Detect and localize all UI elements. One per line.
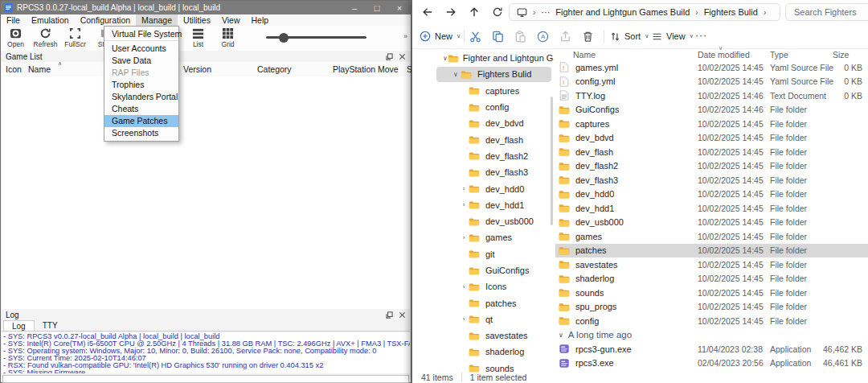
view-button[interactable]: View ∨	[652, 27, 694, 45]
file-row[interactable]: ! config.yml 10/02/2025 14:45 Yaml Sourc…	[555, 75, 868, 89]
tree-item[interactable]: dev_bdvd	[412, 115, 554, 131]
forward-arrow-icon[interactable]	[442, 2, 460, 22]
file-row[interactable]: rpcs3-gun.exe 11/04/2023 02:38 Applicati…	[555, 342, 868, 356]
rename-icon[interactable]: A	[536, 27, 550, 45]
rpcs3-titlebar[interactable]: RPCS3 0.0.27-local_build Alpha | local_b…	[1, 1, 411, 14]
tree-item[interactable]: patches	[412, 294, 554, 311]
tree-item[interactable]: › games	[412, 229, 554, 245]
tree-item[interactable]: › Icons	[412, 278, 554, 294]
file-row[interactable]: dev_usb000 10/02/2025 14:45 File folder	[555, 216, 868, 230]
file-row[interactable]: rpcs3.exe 02/04/2023 20:56 Application 4…	[555, 356, 868, 371]
search-box[interactable]: Search Fighters	[785, 3, 868, 21]
tree-chevron-icon[interactable]: ›	[459, 234, 469, 241]
log-output[interactable]: - SYS: RPCS3 v0.0.27-local_build Alpha |…	[2, 332, 410, 373]
tree-chevron-icon[interactable]: ›	[459, 201, 469, 208]
manage-menu-item[interactable]: Screenshots	[104, 127, 178, 139]
file-row[interactable]: dev_flash2 10/02/2025 14:45 File folder	[555, 159, 868, 174]
file-row[interactable]: TTY.log 10/02/2025 14:46 Text Document 0…	[555, 89, 868, 103]
tree-scrollbar[interactable]	[551, 97, 553, 225]
tree-chevron-icon[interactable]: ›	[459, 283, 469, 290]
column-header[interactable]: Name	[28, 64, 51, 74]
more-options-button[interactable]: ···	[695, 30, 707, 41]
column-header[interactable]: Type	[770, 50, 788, 60]
tree-item[interactable]: config	[412, 99, 554, 115]
menubar-item[interactable]: File	[1, 14, 26, 26]
toolbar-button[interactable]: List	[183, 27, 213, 48]
new-button[interactable]: New ∨	[420, 27, 461, 45]
cut-icon[interactable]	[469, 27, 482, 45]
float-panel-icon[interactable]	[386, 53, 393, 60]
close-panel-icon[interactable]	[399, 53, 406, 60]
tree-item[interactable]: › qt	[412, 311, 554, 327]
manage-menu-item[interactable]: Skylanders Portal	[104, 91, 178, 103]
game-list-body[interactable]	[2, 76, 410, 310]
manage-menu-item[interactable]: Game Patches	[104, 115, 178, 127]
file-row[interactable]: GuiConfigs 10/02/2025 14:46 File folder	[555, 103, 868, 117]
toolbar-button[interactable]: Refresh	[31, 27, 60, 48]
file-row[interactable]: ! games.yml 10/02/2025 14:45 Yaml Source…	[555, 60, 868, 75]
breadcrumb-ellipsis[interactable]: ···	[541, 7, 550, 17]
toolbar-button[interactable]: FullScr	[60, 27, 90, 48]
breadcrumb-item[interactable]: Fighters Bulid	[704, 7, 758, 17]
tree-item[interactable]: git	[412, 246, 554, 262]
log-tab[interactable]: TTY	[35, 320, 66, 331]
manage-menu-item[interactable]: RAP Files	[104, 67, 178, 79]
sort-button[interactable]: Sort ∨	[610, 27, 649, 45]
back-arrow-icon[interactable]	[419, 2, 436, 22]
column-header[interactable]: Version	[183, 64, 211, 74]
toolbar-overflow-chevron[interactable]: »	[403, 32, 407, 40]
float-panel-icon[interactable]	[386, 311, 393, 319]
tree-item[interactable]: › dev_hdd0	[412, 180, 554, 196]
column-header[interactable]: Name	[573, 50, 596, 60]
tree-chevron-icon[interactable]: ›	[459, 315, 469, 323]
slider-knob[interactable]	[279, 33, 289, 43]
manage-menu-item[interactable]: Virtual File System	[104, 28, 178, 41]
file-row[interactable]: dev_bdvd 10/02/2025 14:45 File folder	[555, 131, 868, 146]
file-row[interactable]: dev_hdd0 10/02/2025 14:45 File folder	[555, 187, 868, 202]
column-header[interactable]: Size	[833, 50, 849, 60]
tree-item[interactable]: savestates	[412, 327, 554, 344]
close-button[interactable]: ×	[388, 3, 411, 13]
menubar-item[interactable]: Help	[245, 14, 274, 26]
menubar-item[interactable]: Emulation	[26, 14, 75, 26]
tree-item[interactable]: shaderlog	[412, 344, 554, 360]
file-row[interactable]: games 10/02/2025 14:45 File folder	[555, 229, 868, 244]
file-group-header[interactable]: ∨ A long time ago	[555, 328, 868, 343]
file-row[interactable]: sounds 10/02/2025 14:45 File folder	[555, 286, 868, 300]
menubar-item[interactable]: Manage	[136, 14, 178, 26]
file-row[interactable]: config 10/02/2025 14:45 File folder	[555, 314, 868, 328]
paste-icon[interactable]	[514, 27, 527, 45]
tree-item[interactable]: dev_flash2	[412, 148, 554, 164]
manage-menu-item[interactable]: Trophies	[104, 79, 178, 91]
file-row[interactable]: savestates 10/02/2025 14:45 File folder	[555, 257, 868, 272]
icon-size-slider[interactable]	[266, 36, 366, 39]
tree-item[interactable]: ∨ Fighters Bulid	[412, 66, 554, 82]
tree-item[interactable]: dev_flash	[412, 131, 554, 147]
file-row[interactable]: dev_flash3 10/02/2025 14:45 File folder	[555, 173, 868, 187]
tree-item[interactable]: › dev_hdd1	[412, 197, 554, 213]
log-tab[interactable]: Log	[3, 320, 35, 331]
file-row[interactable]: spu_progs 10/02/2025 14:45 File folder	[555, 300, 868, 315]
menubar-item[interactable]: View	[216, 14, 246, 26]
address-bar[interactable]: › ··· Fighter and Lightgun Games Build ›…	[509, 3, 780, 21]
up-arrow-icon[interactable]	[465, 2, 483, 22]
toolbar-button[interactable]: Open	[1, 27, 31, 48]
file-row[interactable]: captures 10/02/2025 14:45 File folder	[555, 117, 868, 131]
toolbar-button[interactable]: Grid	[213, 27, 243, 48]
column-header[interactable]: PlayStation Move	[333, 64, 399, 74]
tree-item[interactable]: dev_usb000	[412, 213, 554, 229]
tree-item[interactable]: captures	[412, 83, 554, 99]
file-row[interactable]: dev_hdd1 10/02/2025 14:45 File folder	[555, 201, 868, 216]
menubar-item[interactable]: Utilities	[178, 14, 216, 26]
column-header[interactable]: Date modified	[698, 50, 750, 60]
log-input-strip[interactable]	[2, 375, 409, 383]
minimize-button[interactable]: –	[343, 3, 366, 13]
share-icon[interactable]	[559, 27, 572, 45]
column-header[interactable]: Icon	[6, 64, 22, 74]
manage-menu-item[interactable]: User Accounts	[104, 43, 178, 55]
tree-item[interactable]: ∨ Fighter and Lightgun Games	[412, 50, 554, 66]
tree-item[interactable]: GuiConfigs	[412, 262, 554, 278]
close-panel-icon[interactable]	[399, 311, 406, 319]
tree-chevron-icon[interactable]: ›	[459, 185, 469, 192]
manage-menu-item[interactable]: Cheats	[104, 103, 178, 115]
